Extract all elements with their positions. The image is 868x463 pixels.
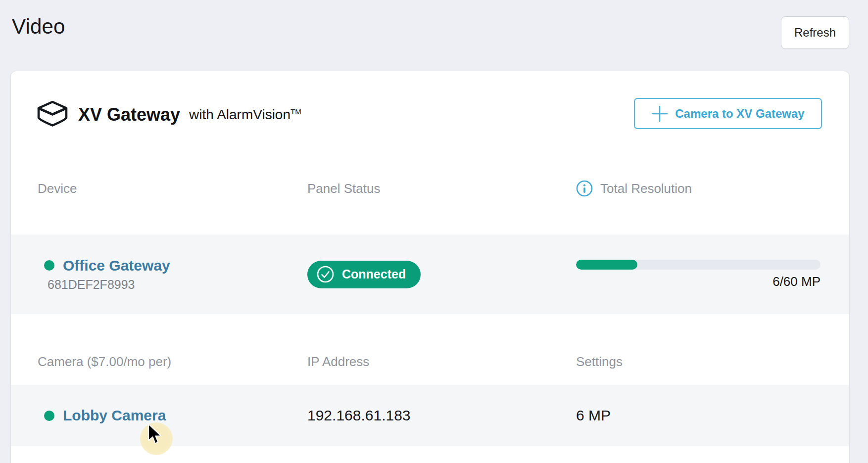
- online-status-dot: [44, 260, 54, 271]
- trademark-symbol: TM: [290, 107, 301, 116]
- resolution-progress-track: [576, 260, 820, 270]
- xv-gateway-card: XV Gateway with AlarmVisionTM Camera to …: [10, 71, 850, 463]
- gateway-title: XV Gateway: [78, 104, 180, 125]
- camera-column-header: Camera ($7.00/mo per): [38, 354, 307, 370]
- total-resolution-cell: 6/60 MP: [576, 260, 820, 289]
- gateway-device-icon: [36, 100, 69, 130]
- check-circle-icon: [316, 265, 335, 283]
- total-resolution-label: Total Resolution: [600, 181, 692, 196]
- camera-name-link[interactable]: Lobby Camera: [63, 407, 166, 424]
- device-column-header: Device: [38, 181, 307, 196]
- refresh-button[interactable]: Refresh: [781, 16, 849, 49]
- info-icon[interactable]: [576, 180, 593, 197]
- camera-resolution-value: 6 MP: [576, 407, 611, 423]
- ip-address-cell: 192.168.61.183: [307, 407, 576, 424]
- online-status-dot: [44, 411, 54, 421]
- refresh-button-label: Refresh: [794, 26, 836, 40]
- device-table-header: Device Panel Status Total Resolution: [38, 169, 820, 208]
- gateway-subtitle: with AlarmVisionTM: [189, 107, 301, 123]
- add-camera-button-label: Camera to XV Gateway: [675, 107, 804, 121]
- ip-address-value: 192.168.61.183: [307, 407, 411, 423]
- camera-cell: Lobby Camera: [38, 407, 307, 424]
- gateway-name-link[interactable]: Office Gateway: [63, 257, 170, 274]
- camera-table-row: Lobby Camera 192.168.61.183 6 MP: [11, 385, 849, 446]
- add-camera-button[interactable]: Camera to XV Gateway: [634, 98, 822, 129]
- gateway-card-header: XV Gateway with AlarmVisionTM: [36, 97, 301, 133]
- gateway-table-row: Office Gateway 681DEF2F8993 Connected 6/…: [11, 234, 849, 314]
- panel-status-column-header: Panel Status: [307, 181, 576, 196]
- resolution-usage-label: 6/60 MP: [576, 274, 820, 289]
- plus-icon: [651, 105, 668, 122]
- camera-resolution-cell: 6 MP: [576, 407, 820, 424]
- panel-status-cell: Connected: [307, 261, 576, 288]
- resolution-progress-fill: [576, 260, 637, 270]
- total-resolution-column-header: Total Resolution: [576, 180, 820, 197]
- gateway-serial: 681DEF2F8993: [48, 278, 307, 292]
- video-page: { "page": { "title": "Video", "refresh_l…: [0, 0, 868, 463]
- settings-column-header: Settings: [576, 354, 820, 370]
- connected-status-badge: Connected: [307, 261, 421, 288]
- gateway-subtitle-text: with AlarmVision: [189, 107, 290, 122]
- ip-address-column-header: IP Address: [307, 354, 576, 370]
- camera-table-header: Camera ($7.00/mo per) IP Address Setting…: [38, 338, 820, 385]
- device-cell: Office Gateway 681DEF2F8993: [38, 257, 307, 292]
- page-title: Video: [12, 15, 65, 39]
- connected-status-label: Connected: [342, 267, 406, 281]
